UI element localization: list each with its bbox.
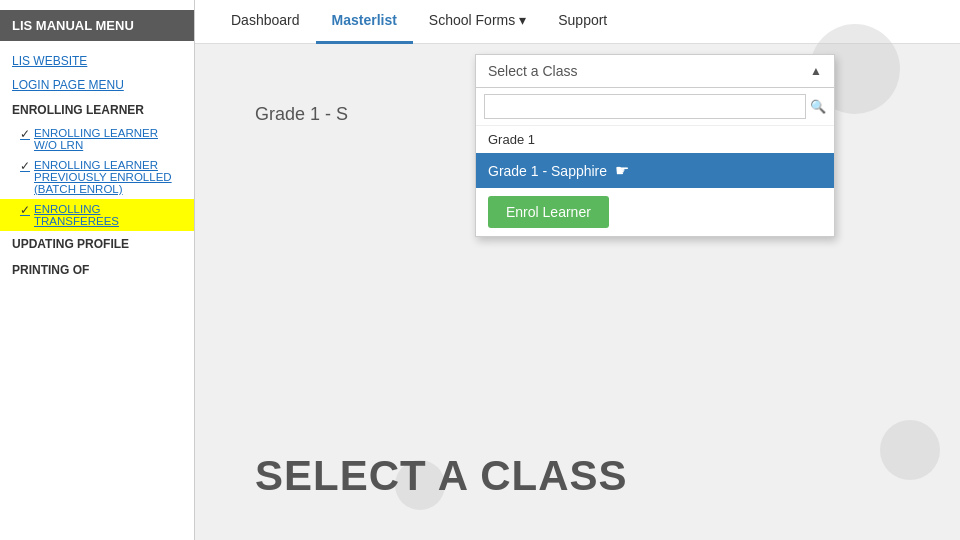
decorative-blob-2 — [880, 420, 940, 480]
nav-school-forms[interactable]: School Forms ▾ — [413, 0, 542, 44]
nav-support[interactable]: Support — [542, 0, 623, 44]
sidebar-item-enroll-previously[interactable]: ✓ ENROLLING LEARNER PREVIOUSLY ENROLLED … — [0, 155, 194, 199]
dropdown-header-label: Select a Class — [488, 63, 577, 79]
dropdown-header[interactable]: Select a Class ▲ — [476, 55, 834, 88]
content-area: Grade 1 - S Select a Class ▲ 🔍 Grade 1 G… — [195, 44, 960, 540]
sidebar: LIS MANUAL MENU LIS WEBSITE LOGIN PAGE M… — [0, 0, 195, 540]
sidebar-item-lis-website[interactable]: LIS WEBSITE — [0, 49, 194, 73]
sidebar-section-enrolling: ENROLLING LEARNER — [0, 97, 194, 123]
search-icon: 🔍 — [810, 99, 826, 114]
enrol-learner-button[interactable]: Enrol Learner — [488, 196, 609, 228]
dropdown-option-grade1-sapphire[interactable]: Grade 1 - Sapphire ☛ — [476, 153, 834, 188]
sidebar-section-updating: UPDATING PROFILE — [0, 231, 194, 257]
dropdown-group-label: Grade 1 — [476, 126, 834, 153]
nav-dashboard[interactable]: Dashboard — [215, 0, 316, 44]
grade-background-text: Grade 1 - S — [255, 104, 348, 125]
dropdown-up-arrow-icon: ▲ — [810, 64, 822, 78]
dropdown-arrow-icon: ▾ — [519, 12, 526, 28]
dropdown-search-input[interactable] — [484, 94, 806, 119]
check-icon: ✓ — [20, 203, 30, 217]
check-icon: ✓ — [20, 127, 30, 141]
dropdown-search-row: 🔍 — [476, 88, 834, 126]
sidebar-header: LIS MANUAL MENU — [0, 10, 194, 41]
main-area: Dashboard Masterlist School Forms ▾ Supp… — [195, 0, 960, 540]
nav-masterlist[interactable]: Masterlist — [316, 0, 413, 44]
select-class-large-text: SELECT A CLASS — [255, 452, 628, 500]
sidebar-item-login-page-menu[interactable]: LOGIN PAGE MENU — [0, 73, 194, 97]
sidebar-section-printing: PRINTING OF — [0, 257, 194, 283]
sidebar-item-enroll-transferees[interactable]: ✓ ENROLLING TRANSFEREES — [0, 199, 194, 231]
sidebar-item-enroll-wo-lrn[interactable]: ✓ ENROLLING LEARNER W/O LRN — [0, 123, 194, 155]
sidebar-header-label: LIS MANUAL MENU — [12, 18, 134, 33]
cursor-icon: ☛ — [615, 161, 629, 180]
class-dropdown-panel: Select a Class ▲ 🔍 Grade 1 Grade 1 - Sap… — [475, 54, 835, 237]
enrol-button-container: Enrol Learner — [476, 188, 834, 236]
check-icon: ✓ — [20, 159, 30, 173]
